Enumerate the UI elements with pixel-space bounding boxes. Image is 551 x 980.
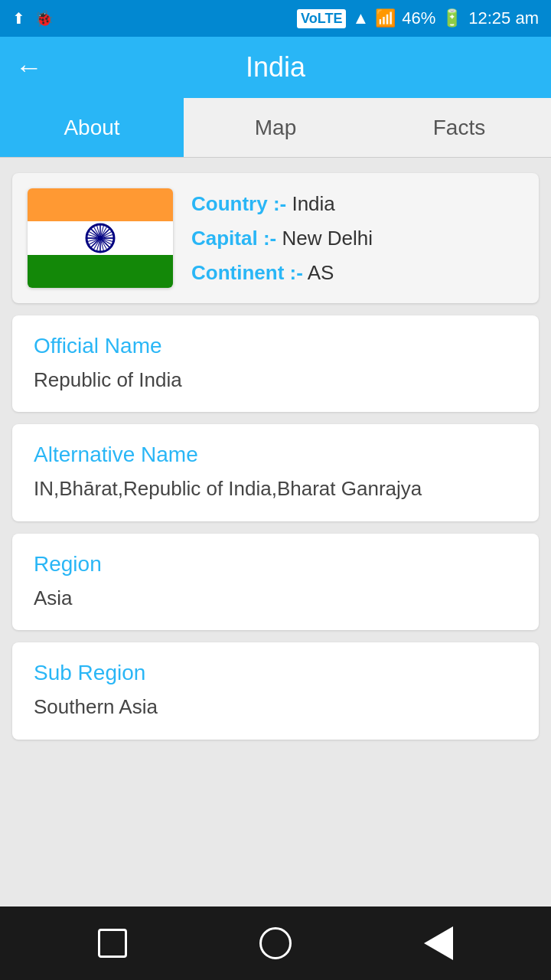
tab-bar: About Map Facts xyxy=(0,98,551,158)
time-label: 12:25 am xyxy=(468,8,539,28)
flag-mid-stripe xyxy=(28,221,173,255)
region-value: Asia xyxy=(34,584,517,612)
tab-map[interactable]: Map xyxy=(184,98,367,157)
official-name-card: Official Name Republic of India xyxy=(12,315,539,412)
capital-value: New Delhi xyxy=(282,227,373,250)
status-bar: ⬆ 🐞 VoLTE ▲ 📶 46% 🔋 12:25 am xyxy=(0,0,551,37)
alternative-name-value: IN,Bhārat,Republic of India,Bharat Ganra… xyxy=(34,475,517,502)
main-content: Country :- India Capital :- New Delhi Co… xyxy=(0,158,551,906)
tab-facts[interactable]: Facts xyxy=(367,98,551,157)
official-name-value: Republic of India xyxy=(34,366,517,394)
ashoka-chakra-svg xyxy=(83,221,117,255)
bug-icon: 🐞 xyxy=(34,9,54,28)
usb-icon: ⬆ xyxy=(12,9,25,28)
country-flag xyxy=(28,188,173,288)
recents-icon xyxy=(98,929,127,958)
back-icon xyxy=(424,926,453,960)
sub-region-title: Sub Region xyxy=(34,661,517,685)
app-bar: ← India xyxy=(0,37,551,98)
signal-icon: 📶 xyxy=(375,8,396,28)
status-left-icons: ⬆ 🐞 xyxy=(12,9,54,28)
region-card: Region Asia xyxy=(12,534,539,630)
home-icon xyxy=(259,927,292,959)
back-button[interactable]: ← xyxy=(15,54,43,81)
flag-bottom-stripe xyxy=(28,255,173,288)
tab-about[interactable]: About xyxy=(0,98,184,157)
capital-label: Capital :- xyxy=(191,227,276,250)
nav-back-button[interactable] xyxy=(416,920,461,966)
region-title: Region xyxy=(34,552,517,577)
country-details: Country :- India Capital :- New Delhi Co… xyxy=(191,192,373,285)
country-card: Country :- India Capital :- New Delhi Co… xyxy=(12,173,539,303)
bottom-nav xyxy=(0,906,551,980)
official-name-title: Official Name xyxy=(34,334,517,358)
status-right-info: VoLTE ▲ 📶 46% 🔋 12:25 am xyxy=(297,8,539,28)
country-line: Country :- India xyxy=(191,192,373,216)
alternative-name-title: Alternative Name xyxy=(34,443,517,467)
nav-recents-button[interactable] xyxy=(90,920,135,966)
wifi-icon: ▲ xyxy=(352,8,369,28)
volte-label: VoLTE xyxy=(297,9,346,28)
capital-line: Capital :- New Delhi xyxy=(191,227,373,250)
country-value: India xyxy=(292,192,334,215)
sub-region-value: Southern Asia xyxy=(34,693,517,720)
page-title: India xyxy=(61,51,490,83)
continent-label: Continent :- xyxy=(191,261,303,284)
nav-home-button[interactable] xyxy=(253,920,298,966)
alternative-name-card: Alternative Name IN,Bhārat,Republic of I… xyxy=(12,424,539,521)
country-label: Country :- xyxy=(191,192,286,215)
continent-line: Continent :- AS xyxy=(191,261,373,285)
sub-region-card: Sub Region Southern Asia xyxy=(12,642,539,739)
continent-value: AS xyxy=(308,261,334,284)
battery-icon: 🔋 xyxy=(442,8,462,28)
battery-label: 46% xyxy=(402,8,435,28)
flag-top-stripe xyxy=(28,188,173,221)
